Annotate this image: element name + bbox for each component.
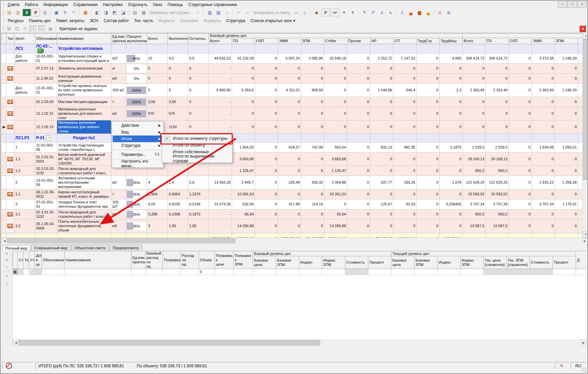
price-cell-15[interactable]: 0 [555, 189, 578, 199]
row-percent-cell[interactable]: 100% [126, 107, 147, 120]
price-cell-0[interactable]: - [209, 64, 232, 74]
panel-price-header-13[interactable]: Процент [553, 256, 576, 269]
price-cell-2[interactable]: 0 [255, 199, 278, 209]
row-type-cell[interactable] [6, 153, 14, 166]
panel-cell-21[interactable] [415, 269, 438, 275]
price-cell-9[interactable]: 0 [417, 107, 440, 120]
panel-cell-2[interactable] [23, 269, 29, 275]
panel-price-header-5[interactable]: Процент [368, 256, 391, 269]
panel-price-header-10[interactable]: Тек. цена [справочно] [484, 256, 507, 269]
panel-column-header-9[interactable]: Поправка [163, 251, 181, 269]
price-cell-0[interactable]: 13 562,26 [209, 176, 232, 189]
price-cell-8[interactable] [393, 134, 417, 143]
price-cell-6[interactable]: 0 [347, 107, 370, 120]
h-scroll-thumb[interactable] [7, 238, 235, 244]
row-name-cell[interactable]: Футеровка штучными кислотоупорными матер… [57, 176, 111, 189]
panel-cell-14[interactable] [253, 269, 276, 275]
panel-cell-10[interactable] [181, 269, 199, 275]
row-total-cell[interactable]: 5 [147, 84, 168, 97]
price-cell-4[interactable]: 114,16 [301, 199, 324, 209]
price-cell-10[interactable]: 0 [440, 107, 463, 120]
panel-column-header-1[interactable]: Ста [18, 251, 23, 269]
price-cell-12[interactable] [486, 44, 509, 54]
price-cell-11[interactable] [463, 44, 486, 54]
row-name-cell[interactable]: Материалы рулонные кровельные для нижних… [57, 120, 111, 134]
row-type-cell[interactable] [6, 219, 14, 233]
row-percent-cell[interactable]: 35% [126, 199, 147, 209]
price-cell-7[interactable] [370, 44, 393, 54]
price-cell-5[interactable]: 0 [324, 74, 347, 84]
price-cell-7[interactable]: 0 [370, 189, 393, 199]
row-percent-cell[interactable]: 100% [126, 97, 147, 107]
view-button-список-открытых-окон[interactable]: Список открытых окон ▾ [248, 17, 298, 24]
scroll-left-button[interactable]: ◀ [2, 238, 7, 244]
price-column-base-ПЗ[interactable]: ПЗ [232, 38, 255, 44]
row-total-cell[interactable]: 0,03 [147, 199, 168, 209]
panel-cell-11[interactable]: 0 [199, 269, 215, 275]
clear-row-type-icon[interactable]: × [194, 9, 202, 16]
price-cell-6[interactable] [347, 44, 370, 54]
price-cell-7[interactable]: 0 [370, 153, 393, 166]
row-type-cell[interactable] [6, 64, 14, 74]
row-code-cell[interactable]: 12.1.02.15 [35, 120, 57, 134]
price-cell-2[interactable]: 0 [255, 64, 278, 74]
row-code-cell[interactable]: 01.2.03.03 [35, 97, 57, 107]
price-cell-4[interactable]: 0 [301, 97, 324, 107]
row-name-cell[interactable]: Укрупнительная сборка и установка констр… [57, 54, 111, 64]
row-done-cell[interactable]: 0 [168, 64, 188, 74]
panel-column-header-3[interactable]: Учт [29, 251, 35, 269]
scroll-up-button[interactable]: ▲ [583, 33, 588, 39]
menu-item-7[interactable]: Окно [150, 1, 165, 8]
row-name-cell[interactable]: Раздел №1 [57, 134, 111, 143]
price-cell-8[interactable]: 0 [393, 153, 417, 166]
price-cell-2[interactable]: 0 [255, 153, 278, 166]
row-code-cell[interactable]: 07-01-001-01 [35, 199, 57, 209]
menu-item-1[interactable]: Смета [5, 1, 22, 8]
price-cell-13[interactable]: 0 [509, 74, 532, 84]
row-marker[interactable] [2, 84, 6, 97]
price-cell-13[interactable]: 0 [509, 97, 532, 107]
row-name-cell[interactable]: Конструкции деревянные клееные [57, 74, 111, 84]
pr-badge-icon[interactable]: ПР [331, 9, 339, 16]
price-cell-0[interactable]: 6 860,86 [209, 84, 232, 97]
row-marker[interactable] [2, 209, 6, 219]
price-cell-11[interactable] [463, 134, 486, 143]
row-left-cell[interactable]: 1,2376 [188, 189, 209, 199]
row-left-cell[interactable]: 2,6 [188, 176, 209, 189]
price-column-base-ТрудМаш[interactable]: ТрудМаш [440, 38, 463, 44]
panel-cell-18[interactable] [345, 269, 368, 275]
row-done-cell[interactable]: 0,1008 [168, 209, 188, 219]
row-marker[interactable] [2, 189, 6, 199]
price-cell-8[interactable]: 482,35 [393, 143, 417, 153]
row-marker[interactable] [2, 134, 6, 143]
price-cell-14[interactable]: 1 915,22 [532, 176, 555, 189]
price-cell-2[interactable]: 0 [255, 219, 278, 233]
price-column-base-ЗПМ[interactable]: ЗПМ [301, 38, 324, 44]
panel-price-header-9[interactable]: Индекс ЗПМ [461, 256, 484, 269]
panel-column-header-10[interactable]: Расход на ед. [181, 251, 199, 269]
price-cell-3[interactable]: 0 [278, 107, 301, 120]
machine-base-icon[interactable]: ◩ [111, 9, 119, 16]
row-done-cell[interactable]: 0,0105 [168, 199, 188, 209]
row-done-cell[interactable]: 1,05 [168, 219, 188, 233]
menu-item-5[interactable]: Настройки [100, 1, 125, 8]
panel-price-header-6[interactable]: Базовая цена [391, 256, 415, 269]
row-name-cell[interactable]: Устройство подстилающих слоев: глинобитн… [57, 143, 111, 153]
structure-tree-add-icon[interactable]: ▥ [14, 9, 22, 16]
context-menu-item-1[interactable]: Действия▶ [113, 122, 163, 129]
panel-column-header-11[interactable]: Объём [199, 251, 215, 269]
price-cell-8[interactable]: 0 [393, 209, 417, 219]
price-cell-8[interactable]: 0 [393, 189, 417, 199]
price-cell-8[interactable]: 183,26 [393, 176, 417, 189]
price-cell-3[interactable]: 225,49 [278, 176, 301, 189]
blocks-icon[interactable]: ▦ [140, 9, 148, 16]
price-cell-5[interactable]: 563,64 [324, 143, 347, 153]
price-cell-12[interactable]: 0 [486, 74, 509, 84]
price-cell-11[interactable]: 121 629,25 [463, 176, 486, 189]
row-unit-cell[interactable]: м2 [111, 107, 126, 120]
row-name-cell[interactable]: Устройство кровель скатных из трех слоев… [57, 84, 111, 97]
context-menu-item-3[interactable]: Итоги▶ [113, 135, 163, 142]
row-done-cell[interactable]: 1130 [168, 120, 188, 134]
price-cell-7[interactable]: 2 252,72 [370, 54, 393, 64]
row-num-cell[interactable] [14, 107, 35, 120]
